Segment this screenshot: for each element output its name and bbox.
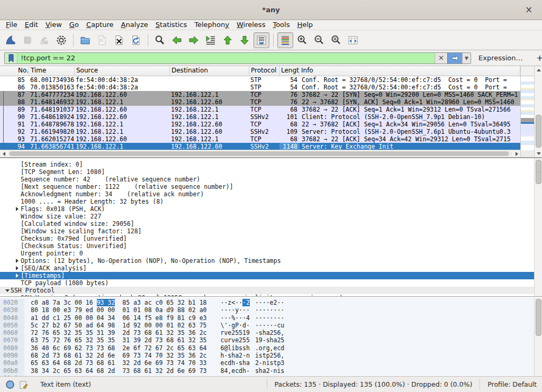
menu-analyze[interactable]: Analyze xyxy=(118,20,152,30)
scroll-right-button[interactable] xyxy=(513,150,520,157)
zoom-reset-button[interactable] xyxy=(328,32,344,48)
detail-line[interactable]: TCP payload (1080 bytes) xyxy=(0,279,542,287)
detail-line[interactable]: Options: (12 bytes), No-Operation (NOP),… xyxy=(0,257,542,265)
hex-row-0030[interactable]: 003080 18 00 e3 79 ed 00 0001 01 08 0a d… xyxy=(0,306,542,314)
scroll-left-button[interactable] xyxy=(0,150,7,157)
hex-row-00b0[interactable]: 00b038 34 2c 65 63 64 68 2d73 68 61 32 2… xyxy=(0,367,542,375)
expert-info-icon[interactable] xyxy=(5,380,15,389)
packet-row-87[interactable]: 8771.647777234192.168.122.60192.168.122.… xyxy=(0,91,520,98)
packet-row-85[interactable]: 8568.001734936fe:54:00:d4:38:2aSTP54Conf… xyxy=(0,76,520,84)
packet-row-88[interactable]: 8871.648146932192.168.122.1192.168.122.6… xyxy=(0,98,520,106)
colorize-button[interactable] xyxy=(277,32,293,48)
header-col-length[interactable]: Length xyxy=(279,66,300,76)
menu-help[interactable]: Help xyxy=(293,20,317,30)
filter-bookmark-icon[interactable] xyxy=(5,53,17,63)
menu-capture[interactable]: Capture xyxy=(83,20,118,30)
vertical-scrollbar[interactable] xyxy=(534,66,542,157)
start-capture-button[interactable] xyxy=(3,32,19,48)
display-filter-input[interactable] xyxy=(17,53,435,63)
detail-line[interactable]: Urgent pointer: 0 xyxy=(0,250,542,257)
save-file-button[interactable] xyxy=(94,32,110,48)
close-file-button[interactable] xyxy=(111,32,127,48)
hex-row-0080[interactable]: 008036 40 6c 69 62 73 73 682e 6f 72 67 2… xyxy=(0,344,542,352)
hex-row-0060[interactable]: 006072 76 65 32 35 35 31 392d 73 68 61 3… xyxy=(0,329,542,336)
detail-line[interactable]: [Stream index: 0] xyxy=(0,161,542,168)
detail-line[interactable]: 1000 .... = Header Length: 32 bytes (8) xyxy=(0,198,542,205)
detail-line[interactable]: [Window size scaling factor: 128] xyxy=(0,227,542,235)
hex-row-0050[interactable]: 00505c 27 b2 67 50 ad 64 981d 92 00 00 0… xyxy=(0,322,542,329)
go-to-packet-button[interactable] xyxy=(203,32,219,48)
restart-capture-button[interactable] xyxy=(37,32,52,48)
menu-view[interactable]: View xyxy=(42,20,66,30)
packet-row-89[interactable]: 8971.648191037192.168.122.60192.168.122.… xyxy=(0,106,520,113)
header-col-destination[interactable]: Destination xyxy=(170,66,249,76)
packet-row-91[interactable]: 9171.648789678192.168.122.1192.168.122.6… xyxy=(0,121,520,128)
collapsed-arrow-icon[interactable] xyxy=(14,266,21,270)
detail-line[interactable]: [SEQ/ACK analysis] xyxy=(0,265,542,272)
detail-line[interactable]: [TCP Segment Len: 1080] xyxy=(0,168,542,176)
hex-row-0040[interactable]: 0040a1 dd c1 25 00 00 04 3406 14 f5 e8 f… xyxy=(0,314,542,322)
detail-line[interactable]: Checksum: 0x79ed [unverified] xyxy=(0,235,542,242)
detail-line[interactable]: Flags: 0x018 (PSH, ACK) xyxy=(0,205,542,213)
menu-telephony[interactable]: Telephony xyxy=(191,20,233,30)
vscroll-handle[interactable] xyxy=(536,115,541,148)
menu-tools[interactable]: Tools xyxy=(269,20,293,30)
open-file-button[interactable] xyxy=(77,32,93,48)
detail-line[interactable]: [Timestamps] xyxy=(0,272,542,279)
menu-go[interactable]: Go xyxy=(66,20,83,30)
go-back-button[interactable] xyxy=(169,32,185,48)
bytes-scroll-handle[interactable] xyxy=(536,299,541,336)
detail-line[interactable]: Acknowledgment number: 34 (relative ack … xyxy=(0,190,542,198)
go-first-button[interactable] xyxy=(220,32,236,48)
scroll-up-button[interactable] xyxy=(535,66,542,74)
bytes-scrollbar[interactable] xyxy=(534,297,542,376)
header-col-no[interactable]: No. xyxy=(0,66,29,76)
stop-capture-button[interactable] xyxy=(20,32,35,48)
find-packet-button[interactable] xyxy=(152,32,168,48)
detail-line[interactable]: [Checksum Status: Unverified] xyxy=(0,242,542,250)
header-col-time[interactable]: Time xyxy=(29,66,75,76)
hex-row-0070[interactable]: 007063 75 72 76 65 32 35 3531 39 2d 73 6… xyxy=(0,336,542,344)
zoom-out-button[interactable] xyxy=(311,32,327,48)
go-last-button[interactable] xyxy=(237,32,252,48)
packet-minimap[interactable] xyxy=(520,66,534,157)
horizontal-scrollbar[interactable] xyxy=(0,150,520,157)
menu-wireless[interactable]: Wireless xyxy=(233,20,269,30)
reload-file-button[interactable] xyxy=(128,32,144,48)
menu-statistics[interactable]: Statistics xyxy=(152,20,191,30)
header-col-info[interactable]: Info xyxy=(300,66,520,76)
profile-label[interactable]: Profile: Default xyxy=(480,379,537,390)
packet-row-90[interactable]: 9071.648618924192.168.122.60192.168.122.… xyxy=(0,113,520,121)
menu-file[interactable]: File xyxy=(2,20,21,30)
menu-edit[interactable]: Edit xyxy=(21,20,42,30)
go-forward-button[interactable] xyxy=(186,32,202,48)
detail-line[interactable]: [Next sequence number: 1122 (relative se… xyxy=(0,183,542,190)
capture-options-button[interactable] xyxy=(53,32,69,48)
collapsed-arrow-icon[interactable] xyxy=(14,207,21,211)
scroll-down-button[interactable] xyxy=(535,150,542,157)
packet-row-93[interactable]: 9371.662015274192.168.122.60192.168.122.… xyxy=(0,135,520,143)
header-col-protocol[interactable]: Protocol xyxy=(249,66,279,76)
detail-line[interactable]: SSH Protocol xyxy=(0,287,542,294)
filter-clear-button[interactable]: ✕ xyxy=(435,53,447,63)
detail-line[interactable]: SSH Version 2 (encryption:chacha20-poly1… xyxy=(0,294,542,297)
close-window-button[interactable]: × xyxy=(523,4,535,15)
detail-line[interactable]: [Calculated window size: 29056] xyxy=(0,220,542,227)
hscroll-track[interactable] xyxy=(8,151,512,156)
hex-row-00a0[interactable]: 00a065 63 64 68 2d 73 68 6132 2d 6e 69 7… xyxy=(0,359,542,367)
expression-button[interactable]: Expression… xyxy=(478,54,523,62)
hex-row-0020[interactable]: 0020c0 a8 7a 3c 00 16 93 3285 a3 ac c0 6… xyxy=(0,299,542,306)
add-filter-button[interactable]: + xyxy=(534,53,542,63)
capture-comment-icon[interactable] xyxy=(19,380,29,389)
filter-history-caret[interactable]: ▼ xyxy=(462,53,471,63)
detail-line[interactable]: Sequence number: 42 (relative sequence n… xyxy=(0,176,542,183)
packet-row-86[interactable]: 8670.013850163fe:54:00:d4:38:2aSTP54Conf… xyxy=(0,84,520,91)
packet-row-92[interactable]: 9271.661949820192.168.122.1192.168.122.6… xyxy=(0,128,520,135)
hex-row-0090[interactable]: 009068 2d 73 68 61 32 2d 6e69 73 74 70 3… xyxy=(0,352,542,359)
filter-apply-button[interactable] xyxy=(447,53,462,63)
auto-scroll-button[interactable] xyxy=(254,32,269,48)
packet-row-94[interactable]: 9471.663856741192.168.122.1192.168.122.6… xyxy=(0,143,520,150)
detail-scrollbar[interactable] xyxy=(534,158,542,296)
expanded-arrow-icon[interactable] xyxy=(4,289,11,292)
hscroll-handle[interactable] xyxy=(10,151,509,156)
